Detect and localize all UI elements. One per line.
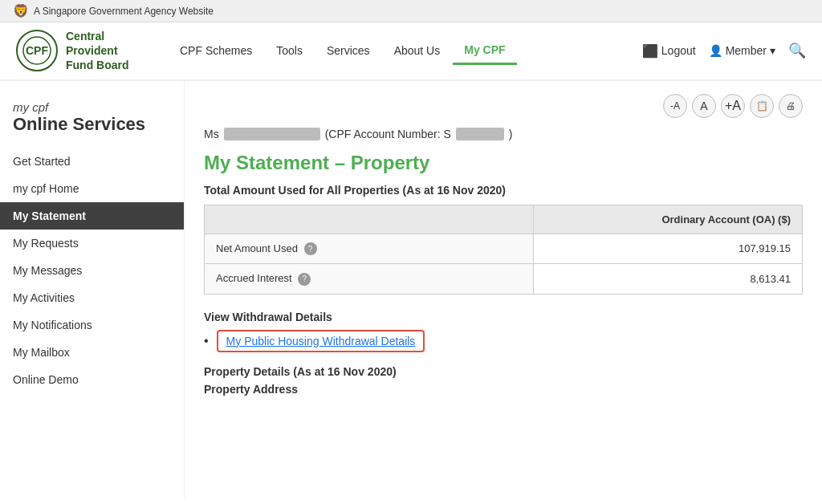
logout-icon: ⬛ (642, 43, 658, 59)
bullet-icon: • (204, 334, 209, 348)
gov-banner: 🦁 A Singapore Government Agency Website (0, 0, 822, 22)
withdrawal-title: View Withdrawal Details (204, 311, 803, 323)
sidebar-item-my-mailbox[interactable]: My Mailbox (0, 339, 184, 366)
sidebar-title: my cpf Online Services (0, 94, 184, 138)
sidebar-item-online-demo[interactable]: Online Demo (0, 366, 184, 393)
sidebar: my cpf Online Services Get Started my cp… (0, 81, 185, 498)
sidebar-item-my-cpf-home[interactable]: my cpf Home (0, 175, 184, 202)
table-cell-net-amount-value: 107,919.15 (533, 234, 802, 264)
svg-text:CPF: CPF (26, 44, 48, 57)
search-button[interactable]: 🔍 (788, 42, 806, 59)
main-layout: my cpf Online Services Get Started my cp… (0, 81, 822, 498)
sidebar-item-my-activities[interactable]: My Activities (0, 284, 184, 311)
table-header-empty (205, 205, 534, 234)
logout-label: Logout (661, 44, 696, 57)
table-cell-net-amount-label: Net Amount Used ? (205, 234, 534, 264)
nav-tools[interactable]: Tools (265, 38, 314, 63)
logo-text: Central Provident Fund Board (66, 29, 129, 73)
nav-cpf-schemes[interactable]: CPF Schemes (169, 38, 263, 63)
user-greeting: Ms (CPF Account Number: S ) (204, 128, 803, 140)
my-public-housing-withdrawal-link[interactable]: My Public Housing Withdrawal Details (226, 335, 416, 348)
user-account-number-redacted (456, 128, 504, 140)
logout-button[interactable]: ⬛ Logout (642, 43, 696, 59)
property-table: Ordinary Account (OA) ($) Net Amount Use… (204, 205, 803, 295)
withdrawal-section: View Withdrawal Details • My Public Hous… (204, 311, 803, 352)
net-amount-help-icon[interactable]: ? (304, 242, 317, 255)
sidebar-menu: Get Started my cpf Home My Statement My … (0, 148, 184, 393)
withdrawal-link-wrapper: • My Public Housing Withdrawal Details (204, 330, 803, 352)
close-paren: ) (509, 128, 513, 140)
font-decrease-button[interactable]: -A (663, 94, 687, 118)
table-cell-accrued-value: 8,613.41 (533, 264, 802, 295)
nav-about-us[interactable]: About Us (383, 38, 452, 63)
sidebar-item-my-messages[interactable]: My Messages (0, 257, 184, 284)
property-details-label: Property Details (As at 16 Nov 2020) (204, 365, 803, 378)
content-area: -A A +A 📋 🖨 Ms (CPF Account Number: S ) … (185, 81, 822, 498)
logo-icon: CPF (16, 30, 58, 71)
gov-lion-icon: 🦁 (13, 3, 29, 18)
print-copy-button[interactable]: 📋 (750, 94, 774, 118)
logo[interactable]: CPF Central Provident Fund Board (16, 29, 144, 73)
page-title: My Statement – Property (204, 152, 803, 174)
sidebar-my-cpf-label: my cpf (13, 100, 171, 114)
print-button[interactable]: 🖨 (779, 94, 803, 118)
table-header-oa: Ordinary Account (OA) ($) (533, 205, 802, 234)
sidebar-item-get-started[interactable]: Get Started (0, 148, 184, 175)
member-button[interactable]: 👤 Member ▾ (709, 44, 775, 57)
property-address-label: Property Address (204, 383, 803, 396)
table-cell-accrued-label: Accrued Interest ? (205, 264, 534, 295)
cpf-name-line2: Provident (66, 43, 129, 58)
font-normal-button[interactable]: A (692, 94, 716, 118)
main-nav: CPF Schemes Tools Services About Us My C… (169, 37, 618, 65)
sidebar-online-services-label: Online Services (13, 114, 171, 135)
cpf-name-line3: Fund Board (66, 58, 129, 72)
table-row-net-amount: Net Amount Used ? 107,919.15 (205, 234, 803, 264)
header-right: ⬛ Logout 👤 Member ▾ 🔍 (642, 42, 806, 59)
gov-banner-text: A Singapore Government Agency Website (34, 6, 214, 17)
member-label: Member (726, 44, 767, 57)
member-icon: 👤 (709, 44, 722, 57)
cpf-name-line1: Central (66, 29, 129, 43)
table-row-accrued-interest: Accrued Interest ? 8,613.41 (205, 264, 803, 295)
user-salutation: Ms (204, 128, 219, 140)
sidebar-item-my-statement[interactable]: My Statement (0, 202, 184, 230)
nav-my-cpf[interactable]: My CPF (453, 37, 516, 65)
chevron-down-icon: ▾ (770, 44, 775, 57)
sidebar-item-my-notifications[interactable]: My Notifications (0, 311, 184, 339)
accrued-interest-help-icon[interactable]: ? (298, 273, 311, 286)
property-section: Property Details (As at 16 Nov 2020) Pro… (204, 365, 803, 396)
font-controls: -A A +A 📋 🖨 (204, 94, 803, 118)
nav-services[interactable]: Services (315, 38, 381, 63)
user-name-redacted (224, 128, 320, 140)
sidebar-item-my-requests[interactable]: My Requests (0, 230, 184, 257)
font-increase-button[interactable]: +A (721, 94, 745, 118)
total-section-label: Total Amount Used for All Properties (As… (204, 184, 803, 197)
withdrawal-link-box: My Public Housing Withdrawal Details (217, 330, 425, 352)
cpf-account-label: (CPF Account Number: S (325, 128, 451, 140)
header: CPF Central Provident Fund Board CPF Sch… (0, 22, 822, 81)
